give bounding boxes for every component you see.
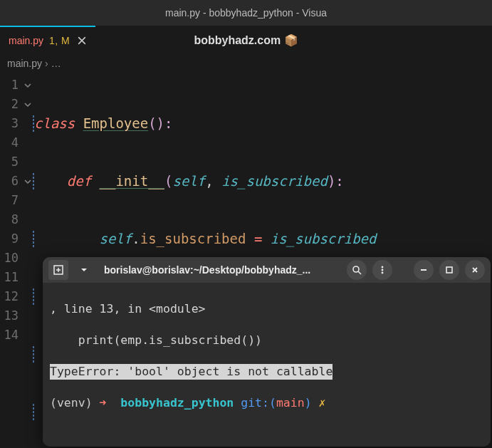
code-line: class Employee():: [34, 114, 492, 133]
editor[interactable]: 1 2 3 4 5 6 7 8 9 10 11 12 13 14 class E…: [0, 73, 492, 448]
breadcrumb[interactable]: main.py › …: [0, 54, 492, 73]
terminal-line: , line 13, in <module>: [50, 301, 483, 317]
svg-point-2: [382, 266, 384, 269]
code-line: self.is_subscribed = is_subscribed: [34, 229, 492, 249]
terminal-title: borislav@borislav:~/Desktop/bobbyhadz_..…: [100, 262, 341, 278]
line-number-gutter: 1 2 3 4 5 6 7 8 9 10 11 12 13 14: [0, 73, 21, 448]
svg-point-1: [353, 266, 359, 272]
maximize-icon[interactable]: [439, 260, 459, 280]
tab-filename: main.py: [9, 35, 43, 46]
terminal-output[interactable]: , line 13, in <module> print(emp.is_subs…: [43, 283, 491, 447]
tab-main-py[interactable]: main.py 1, M: [0, 26, 95, 54]
terminal-prompt: (venv) ➜ bobbyhadz_python git:(main) ✗: [50, 395, 483, 411]
site-badge: bobbyhadz.com 📦: [194, 33, 298, 47]
terminal-titlebar: borislav@borislav:~/Desktop/bobbyhadz_..…: [43, 257, 491, 283]
fold-icon[interactable]: [21, 75, 34, 95]
svg-rect-5: [446, 267, 452, 273]
window-title: main.py - bobbyhadz_python - Visua: [165, 7, 327, 19]
menu-icon[interactable]: [372, 260, 392, 280]
code-line: def __init__(self, is_subscribed):: [34, 172, 492, 191]
breadcrumb-file: main.py: [7, 58, 42, 69]
minimize-icon[interactable]: [414, 260, 434, 280]
terminal-window[interactable]: borislav@borislav:~/Desktop/bobbyhadz_..…: [43, 257, 491, 447]
new-tab-button[interactable]: [48, 260, 68, 280]
chevron-right-icon: ›: [45, 58, 48, 69]
close-icon[interactable]: [75, 34, 88, 47]
window-titlebar: main.py - bobbyhadz_python - Visua: [0, 0, 492, 26]
tab-bar: main.py 1, M bobbyhadz.com 📦: [0, 26, 492, 54]
terminal-error-line: TypeError: 'bool' object is not callable: [50, 364, 483, 380]
breadcrumb-ellipsis: …: [51, 58, 61, 69]
search-icon[interactable]: [347, 260, 367, 280]
terminal-line: print(emp.is_subscribed()): [50, 333, 483, 348]
fold-icon[interactable]: [21, 95, 34, 114]
svg-point-3: [382, 269, 384, 271]
dropdown-icon[interactable]: [74, 260, 94, 280]
close-window-icon[interactable]: [465, 260, 485, 280]
svg-point-4: [382, 272, 384, 274]
tab-status: 1, M: [49, 35, 70, 46]
